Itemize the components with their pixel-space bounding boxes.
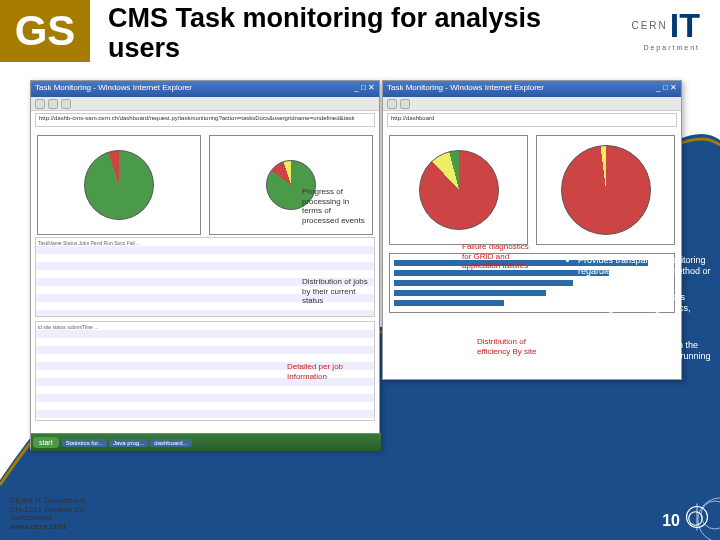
browser-toolbar bbox=[31, 97, 379, 111]
browser-title: Task Monitoring - Windows Internet Explo… bbox=[387, 83, 544, 95]
pie-chart-status bbox=[37, 135, 201, 235]
pie-chart-failure-site bbox=[389, 135, 528, 245]
logo-cern-text: CERN bbox=[631, 20, 667, 31]
forward-icon[interactable] bbox=[400, 99, 410, 109]
pie-red-full-icon bbox=[561, 145, 651, 235]
page-title: CMS Task monitoring for analysis users bbox=[108, 4, 568, 63]
back-icon[interactable] bbox=[387, 99, 397, 109]
window-controls-icon[interactable]: _ □ ✕ bbox=[354, 83, 375, 95]
cern-it-logo: CERN IT Department bbox=[631, 6, 700, 45]
bullet-item: Detailed view of user tasks including fa… bbox=[578, 292, 716, 337]
callout-progress: Progress of processing in terms of proce… bbox=[300, 185, 370, 227]
browser-toolbar bbox=[383, 97, 681, 111]
forward-icon[interactable] bbox=[48, 99, 58, 109]
bar-item bbox=[394, 280, 573, 286]
pie-red-icon bbox=[419, 150, 499, 230]
callout-efficiency-site: Distribution of efficiency By site bbox=[475, 335, 545, 358]
back-icon[interactable] bbox=[35, 99, 45, 109]
refresh-icon[interactable] bbox=[61, 99, 71, 109]
footer-block: CERN IT Department CH-1211 Genève 23 Swi… bbox=[10, 497, 86, 532]
svg-point-3 bbox=[689, 512, 703, 526]
browser-titlebar: Task Monitoring - Windows Internet Explo… bbox=[31, 81, 379, 97]
logo-it-text: IT bbox=[670, 6, 700, 45]
pie-green-icon bbox=[84, 150, 154, 220]
feature-bullets: Provides transparent monitoring regardle… bbox=[566, 255, 716, 380]
bar-item bbox=[394, 300, 504, 306]
callout-detailed-job: Detailed per job Information bbox=[285, 360, 360, 383]
logo-dept-text: Department bbox=[643, 44, 700, 51]
bullet-item: User driven development bbox=[578, 365, 716, 376]
table-row[interactable]: TaskName Status Jobs Pend Run Succ Fail … bbox=[38, 240, 372, 246]
address-bar[interactable]: http://dashb-cms-sam.cern.ch/dashboard/r… bbox=[35, 113, 375, 127]
bar-item bbox=[394, 290, 546, 296]
callout-failure-diag: Failure diagnostics for GRID and applica… bbox=[460, 240, 540, 273]
bullet-item: Low latency; updates from the worker nod… bbox=[578, 340, 716, 363]
gs-badge: GS bbox=[0, 0, 90, 62]
callout-distribution-status: Distribution of jobs by their current st… bbox=[300, 275, 370, 308]
browser-window-1: Task Monitoring - Windows Internet Explo… bbox=[30, 80, 380, 450]
cern-logo-icon bbox=[682, 502, 712, 532]
taskbar-item[interactable]: Statistics for... bbox=[62, 439, 107, 447]
bullet-item: Provides transparent monitoring regardle… bbox=[578, 255, 716, 289]
start-button[interactable]: start bbox=[33, 437, 59, 448]
address-bar[interactable]: http://dashboard bbox=[387, 113, 677, 127]
browser-title: Task Monitoring - Windows Internet Explo… bbox=[35, 83, 192, 95]
pie-chart-failure-reason bbox=[536, 135, 675, 245]
taskbar-item[interactable]: Java prog... bbox=[109, 439, 148, 447]
slide-number: 10 bbox=[662, 512, 680, 530]
table-row[interactable]: id site status submitTime ... bbox=[38, 324, 372, 330]
footer-url: www.cern.ch/it bbox=[10, 523, 86, 532]
taskbar-item[interactable]: dashboard... bbox=[150, 439, 191, 447]
browser-titlebar: Task Monitoring - Windows Internet Explo… bbox=[383, 81, 681, 97]
windows-taskbar: start Statistics for... Java prog... das… bbox=[31, 433, 381, 451]
window-controls-icon[interactable]: _ □ ✕ bbox=[656, 83, 677, 95]
